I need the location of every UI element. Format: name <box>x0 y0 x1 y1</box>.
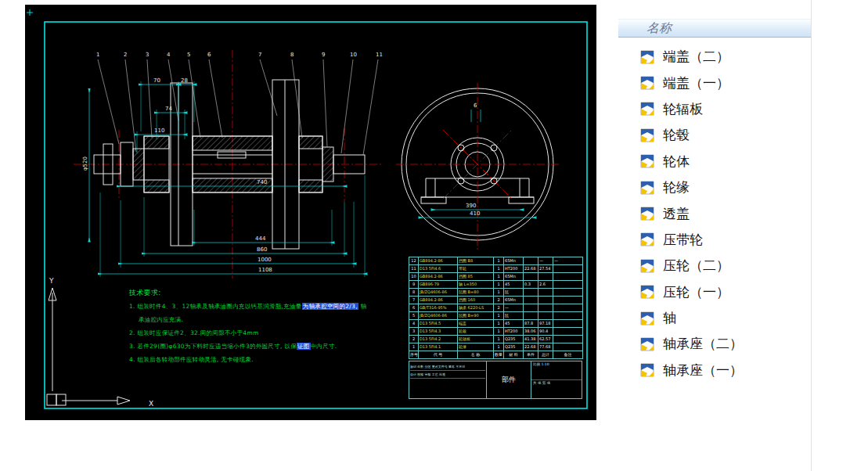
file-item[interactable]: 轴承座（二） <box>618 331 810 357</box>
file-name: 轮毂 <box>663 126 690 144</box>
bom-unit-weight: 0.3 <box>524 281 538 289</box>
bom-seq: 4 <box>409 320 419 328</box>
bom-seq: 12 <box>409 257 419 265</box>
bom-total-weight <box>538 297 553 304</box>
bom-name: 毡圈 B=90 <box>458 312 494 320</box>
bom-remark <box>553 320 583 328</box>
bom-remark <box>553 273 583 281</box>
bom-remark <box>553 265 583 273</box>
bom-seq: 10 <box>409 273 419 281</box>
bom-name: 挡圈 B8 <box>458 257 494 265</box>
dim-860: 860 <box>257 246 267 253</box>
bom-total-weight <box>538 273 553 281</box>
bom-material: 毡 <box>504 289 524 297</box>
bom-material: Q235 <box>504 343 524 351</box>
scale-label: 比例 <box>533 362 540 366</box>
bom-code: D13 5FI4.3 <box>419 328 458 336</box>
file-name: 压轮（二） <box>663 257 729 275</box>
bom-seq: 2 <box>409 336 419 343</box>
bom-material: HT200 <box>504 265 524 273</box>
bom-unit-weight <box>524 257 538 265</box>
bom-qty: 1 <box>494 336 504 343</box>
bom-material: — <box>504 304 524 312</box>
file-item[interactable]: 透盖 <box>618 200 810 226</box>
bom-name: 轴承 6220-LS <box>458 304 494 312</box>
bom-material: 45 <box>504 320 524 328</box>
bom-total-weight: 90.4 <box>538 328 553 336</box>
dwg-file-icon <box>639 153 656 169</box>
balloon-8: 8 <box>290 52 294 58</box>
parts-table: 12 GB894.2-86 挡圈 B8 1 65Mn — — 11 D13 5F… <box>409 257 582 359</box>
bom-unit-weight: 41.38 <box>524 336 538 343</box>
file-item[interactable]: 轴 <box>618 305 810 331</box>
bom-remark <box>553 281 583 289</box>
dwg-file-icon <box>639 232 656 247</box>
bom-code: GB894.2-86 <box>419 297 458 304</box>
file-item[interactable]: 端盖（二） <box>618 44 810 70</box>
file-item[interactable]: 轮缘 <box>618 174 810 200</box>
bom-qty: 1 <box>494 312 504 320</box>
dwg-file-icon <box>639 101 656 117</box>
bom-qty: 1 <box>494 343 504 351</box>
balloon-4: 4 <box>167 52 171 58</box>
bom-row: 12 GB894.2-86 挡圈 B8 1 65Mn — — <box>409 257 583 265</box>
bom-material: 65Mn <box>504 297 524 304</box>
bom-unit-weight: 22.68 <box>524 343 538 351</box>
file-item[interactable]: 轮毂 <box>618 122 810 148</box>
bom-total-weight: 77.68 <box>538 343 553 351</box>
bom-row: 3 D13 5FI4.3 轮毂 1 HT200 38.06 90.4 <box>409 328 583 336</box>
bom-code: GB894.2-86 <box>419 273 458 281</box>
dwg-file-icon <box>639 180 656 196</box>
balloon-9: 9 <box>322 52 325 58</box>
file-list: 端盖（二） 端盖（一） <box>618 44 810 383</box>
note-text: 1. 组装时件4、3、12轴承及轴承油圈内充以钙基润滑脂,充油量 <box>129 303 302 310</box>
bom-header-unit: 单件 <box>524 351 538 359</box>
file-item[interactable]: 端盖（一） <box>618 70 810 95</box>
bom-row: 4 D13 5FI4.5 端盖 1 45 87.8 97.18 <box>409 320 583 328</box>
file-item[interactable]: 轮体 <box>618 149 810 174</box>
file-item[interactable]: 轮辐板 <box>618 96 810 122</box>
bom-row: 9 GB896-79 轴 L=350 1 45 0.3 2.6 <box>409 281 583 289</box>
dim-diameter: φ520 <box>82 156 88 171</box>
file-item[interactable]: 压轮（一） <box>618 279 810 305</box>
dim-740: 740 <box>257 179 267 185</box>
bom-remark <box>553 297 583 304</box>
bom-unit-weight: 87.8 <box>524 320 538 328</box>
file-name: 端盖（一） <box>663 74 729 92</box>
bom-header-name: 名 称 <box>458 351 494 359</box>
file-name: 轮体 <box>663 153 690 171</box>
balloon-7: 7 <box>258 52 261 58</box>
bom-unit-weight: 38.06 <box>524 328 538 336</box>
cad-viewport[interactable]: Y X <box>25 5 596 420</box>
dim-6: 6 <box>474 102 477 109</box>
bom-qty: 2 <box>494 297 504 304</box>
file-name: 透盖 <box>663 205 690 223</box>
dwg-file-icon <box>639 206 656 221</box>
bom-name: 端盖 <box>458 320 494 328</box>
note-line-4: 4. 组装后各转动部件应转动灵活, 无卡碰现象. <box>129 353 366 366</box>
bom-code: D13 5FI4.6 <box>419 265 458 273</box>
bom-qty: 1 <box>494 320 504 328</box>
bom-name: 轮毂 <box>458 328 494 336</box>
note-line-1b: 承油腔内应充满. <box>129 313 366 326</box>
bom-total-weight: 2.6 <box>538 281 553 289</box>
centerlines <box>74 50 381 279</box>
bom-name: 挡圈 160 <box>458 297 494 304</box>
dim-70: 70 <box>153 77 160 84</box>
dwg-file-icon <box>639 258 656 274</box>
dim-110: 110 <box>154 128 164 134</box>
file-name: 压带轮 <box>663 231 703 249</box>
name-column-header[interactable]: 名称 <box>618 19 811 38</box>
note-line-1: 1. 组装时件4、3、12轴承及轴承油圈内充以钙基润滑脂,充油量为轴承腔空间的2… <box>129 300 366 313</box>
file-name: 轮缘 <box>663 178 690 196</box>
file-item[interactable]: 压带轮 <box>618 227 810 253</box>
bom-unit-weight <box>524 289 538 297</box>
bom-row: 1 D13 5FI4.1 轮缘 1 Q235 22.68 77.68 <box>409 343 583 351</box>
bom-remark <box>553 343 583 351</box>
bom-code: D13 5FI4.1 <box>419 343 458 351</box>
file-item[interactable]: 轴承座（一） <box>618 358 810 383</box>
file-name: 轴 <box>663 309 676 327</box>
bom-header-total: 总计 <box>538 351 553 359</box>
file-item[interactable]: 压轮（二） <box>618 253 810 279</box>
dwg-file-icon <box>639 336 656 352</box>
